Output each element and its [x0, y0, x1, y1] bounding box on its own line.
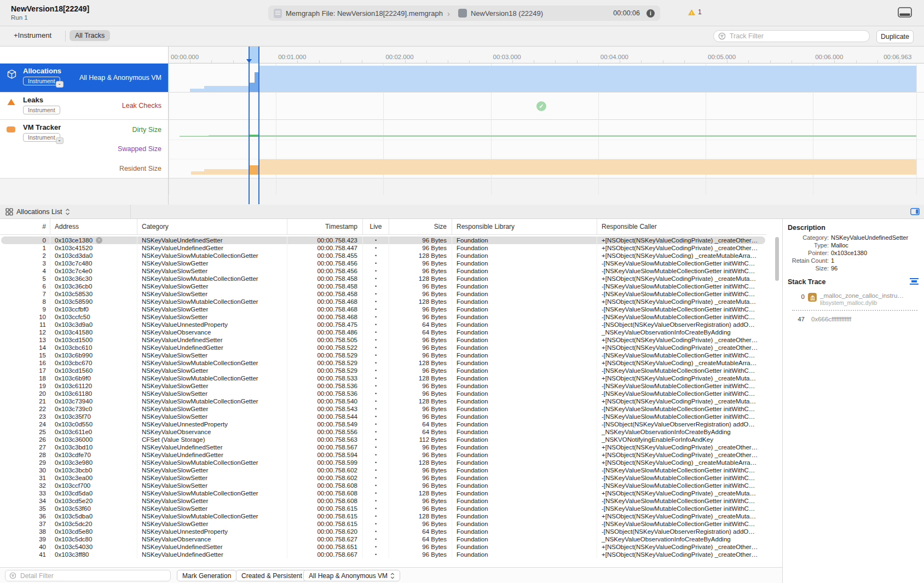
column-header-address[interactable]: Address	[50, 219, 137, 234]
leaks-track-graph[interactable]: ✓	[169, 93, 924, 120]
table-row[interactable]: 290x103c3e980NSKeyValueSlowMutableCollec…	[0, 459, 766, 466]
inspector-toggle-icon[interactable]	[910, 208, 920, 215]
table-row[interactable]: 10x103c41520NSKeyValueUndefinedGetter00:…	[0, 244, 766, 252]
inspection-line[interactable]	[258, 47, 259, 204]
detail-filter-field[interactable]	[5, 570, 171, 581]
table-row[interactable]: 20x103cd3da0NSKeyValueSlowMutableCollect…	[0, 252, 766, 259]
track-filter-field[interactable]	[713, 30, 870, 42]
table-row[interactable]: 300x103c3bcb0NSKeyValueSlowGetter00:00.7…	[0, 466, 766, 474]
stack-frame[interactable]: 0_malloc_zone_calloc_instru…libsystem_ma…	[783, 290, 924, 308]
track-header-allocations[interactable]: Allocations Instrument ⌄ All Heap & Anon…	[0, 64, 168, 93]
instrument-badge[interactable]: Instrument ⌄	[23, 133, 60, 142]
table-row[interactable]: 320x103ccf700NSKeyValueSlowSetter00:00.7…	[0, 482, 766, 489]
add-instrument-button[interactable]: +Instrument	[14, 31, 51, 39]
table-row[interactable]: 40x103c7c4e0NSKeyValueSlowSetter00:00.75…	[0, 267, 766, 275]
table-row[interactable]: 120x103c41580NSKeyValueObservance00:00.7…	[0, 328, 766, 336]
chevron-down-icon[interactable]: ⌄	[56, 137, 63, 144]
table-row[interactable]: 360x103c5dba0NSKeyValueSlowMutableCollec…	[0, 512, 766, 520]
track-filter-input[interactable]	[729, 32, 865, 41]
table-row[interactable]: 150x103c6b990NSKeyValueSlowSetter00:00.7…	[0, 351, 766, 359]
table-row[interactable]: 190x103c61120NSKeyValueSlowGetter00:00.7…	[0, 382, 766, 390]
ruler-tick-label: 00:00.000	[171, 54, 199, 60]
stack-frame[interactable]: 470x666cffffffffffff	[783, 313, 924, 325]
detail-view-label[interactable]: Allocations List	[16, 208, 62, 216]
chevron-down-icon[interactable]: ⌄	[56, 81, 63, 88]
table-row[interactable]: 170x103cd1560NSKeyValueSlowGetter00:00.7…	[0, 367, 766, 374]
column-header-#[interactable]: #	[0, 219, 50, 234]
table-row[interactable]: 250x103c611e0NSKeyValueObservance00:00.7…	[0, 428, 766, 436]
table-row[interactable]: 220x103c739c0NSKeyValueSlowGetter00:00.7…	[0, 405, 766, 413]
table-row[interactable]: 90x103ccfbf0NSKeyValueSlowGetter00:00.75…	[0, 305, 766, 313]
table-row[interactable]: 240x103c0d550NSKeyValueUnnestedProperty0…	[0, 420, 766, 428]
track-header-vm-tracker[interactable]: VM Tracker Instrument ⌄ Dirty Size Swapp…	[0, 120, 168, 178]
breadcrumb-file[interactable]: Memgraph File: NewVersion18[22249].memgr…	[286, 9, 443, 18]
mark-generation-button[interactable]: Mark Generation	[177, 570, 236, 581]
table-row[interactable]: 60x103c36cb0NSKeyValueSlowGetter00:00.75…	[0, 282, 766, 290]
table-row[interactable]: 330x103cd5da0NSKeyValueSlowMutableCollec…	[0, 489, 766, 497]
timeline-plot[interactable]: 00:00.00000:01.00000:02.00000:03.00000:0…	[168, 47, 924, 205]
table-header-row[interactable]: #AddressCategoryTimestampLiveSizeRespons…	[0, 219, 766, 235]
table-row[interactable]: 200x103c61180NSKeyValueSlowSetter00:00.7…	[0, 390, 766, 397]
table-row[interactable]: 400x103c54030NSKeyValueUndefinedSetter00…	[0, 543, 766, 551]
table-row[interactable]: 50x103c36c30NSKeyValueSlowMutableCollect…	[0, 275, 766, 282]
table-scrollbar[interactable]	[775, 237, 779, 281]
warning-indicator[interactable]: ! 1	[688, 8, 702, 16]
allocations-track-graph[interactable]	[169, 64, 924, 93]
stack-compress-icon[interactable]	[910, 278, 919, 285]
info-icon[interactable]: i	[646, 9, 655, 18]
instrument-badge[interactable]: Instrument ⌄	[23, 77, 60, 85]
column-header-live[interactable]: Live	[363, 219, 389, 234]
cell: -[NSKeyValueSlowMutableCollectionGetter …	[597, 482, 766, 489]
track-header-leaks[interactable]: Leaks Instrument Leak Checks	[0, 93, 168, 120]
table-row[interactable]: 260x103c36000CFSet (Value Storage)00:00.…	[0, 436, 766, 443]
duplicate-button[interactable]: Duplicate	[876, 30, 914, 43]
table-row[interactable]: 180x103c6b9f0NSKeyValueSlowMutableCollec…	[0, 374, 766, 382]
inspection-head-icon[interactable]	[246, 59, 252, 63]
column-header-responsible-library[interactable]: Responsible Library	[452, 219, 597, 234]
dirty-size-lane[interactable]	[169, 120, 924, 140]
detail-view-selector[interactable]: Allocations List	[0, 208, 70, 216]
time-ruler[interactable]: 00:00.00000:01.00000:02.00000:03.00000:0…	[169, 47, 924, 64]
inspection-line[interactable]	[249, 47, 250, 204]
breadcrumb-target[interactable]: NewVersion18 (22249)	[471, 9, 543, 18]
swapped-size-lane[interactable]	[169, 140, 924, 159]
table-row[interactable]: 140x103cbc610NSKeyValueUndefinedGetter00…	[0, 344, 766, 351]
cell: NSKeyValueSlowMutableCollectionGetter	[137, 252, 287, 259]
table-row[interactable]: 370x103c5dc20NSKeyValueSlowGetter00:00.7…	[0, 520, 766, 528]
column-header-category[interactable]: Category	[137, 219, 287, 234]
table-row[interactable]: 380x103cd5e80NSKeyValueUnnestedProperty0…	[0, 528, 766, 535]
table-row[interactable]: 350x103c53f60NSKeyValueSlowSetter00:00.7…	[0, 505, 766, 512]
table-row[interactable]: 130x103cd1500NSKeyValueUndefinedSetter00…	[0, 336, 766, 344]
table-row[interactable]: 110x103c3d9a0NSKeyValueUnnestedProperty0…	[0, 321, 766, 328]
table-row[interactable]: 100x103ccfc50NSKeyValueSlowSetter00:00.7…	[0, 313, 766, 321]
cell: •	[363, 236, 389, 244]
leak-check-ok-icon[interactable]: ✓	[536, 101, 546, 111]
cell: NSKeyValueSlowGetter	[137, 382, 287, 390]
all-tracks-button[interactable]: All Tracks	[70, 30, 110, 41]
resident-size-lane[interactable]	[169, 159, 924, 178]
table-row[interactable]: 280x103cdfe70NSKeyValueUndefinedGetter00…	[0, 451, 766, 459]
table-row[interactable]: 410x103c3ff80NSKeyValueUndefinedGetter00…	[0, 551, 766, 558]
table-row[interactable]: 340x103cd5e20NSKeyValueSlowGetter00:00.7…	[0, 497, 766, 505]
table-row[interactable]: 310x103c3ea00NSKeyValueSlowSetter00:00.7…	[0, 474, 766, 482]
table-row[interactable]: 00x103ce1380›NSKeyValueUndefinedSetter00…	[0, 236, 766, 244]
vm-tracker-track-graph[interactable]	[169, 120, 924, 178]
detail-filter-input[interactable]	[19, 572, 166, 580]
column-header-size[interactable]: Size	[389, 219, 452, 234]
table-row[interactable]: 390x103c5dc80NSKeyValueObservance00:00.7…	[0, 535, 766, 543]
table-row[interactable]: 80x103c58590NSKeyValueSlowMutableCollect…	[0, 298, 766, 305]
breadcrumb[interactable]: Memgraph File: NewVersion18[22249].memgr…	[268, 5, 660, 21]
table-row[interactable]: 230x103c35f70NSKeyValueSlowSetter00:00.7…	[0, 413, 766, 420]
table-row[interactable]: 30x103c7c480NSKeyValueSlowGetter00:00.75…	[0, 259, 766, 267]
cell: 128 Bytes	[389, 298, 452, 305]
focus-arrow-icon[interactable]: ›	[96, 237, 102, 244]
table-row[interactable]: 160x103cbc670NSKeyValueSlowMutableCollec…	[0, 359, 766, 367]
table-row[interactable]: 70x103c58530NSKeyValueSlowSetter00:00.75…	[0, 290, 766, 298]
table-row[interactable]: 270x103c3bd10NSKeyValueUndefinedSetter00…	[0, 443, 766, 451]
instrument-badge[interactable]: Instrument	[23, 106, 60, 114]
column-header-timestamp[interactable]: Timestamp	[287, 219, 363, 234]
bottom-panel-toggle-icon[interactable]	[898, 7, 912, 18]
column-header-responsible-caller[interactable]: Responsible Caller	[597, 219, 766, 234]
table-row[interactable]: 210x103c73940NSKeyValueSlowMutableCollec…	[0, 397, 766, 405]
heap-scope-dropdown[interactable]: All Heap & Anonymous VM	[303, 570, 400, 581]
